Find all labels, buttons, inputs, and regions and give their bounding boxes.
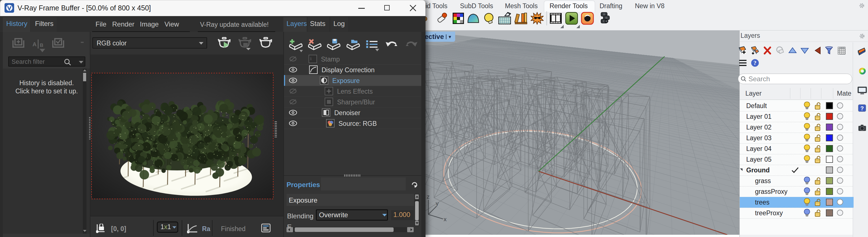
svg-text:z: z: [427, 193, 430, 200]
svg-text:x: x: [444, 216, 447, 222]
svg-text:y: y: [436, 200, 439, 206]
svg-text:?: ?: [753, 60, 757, 66]
